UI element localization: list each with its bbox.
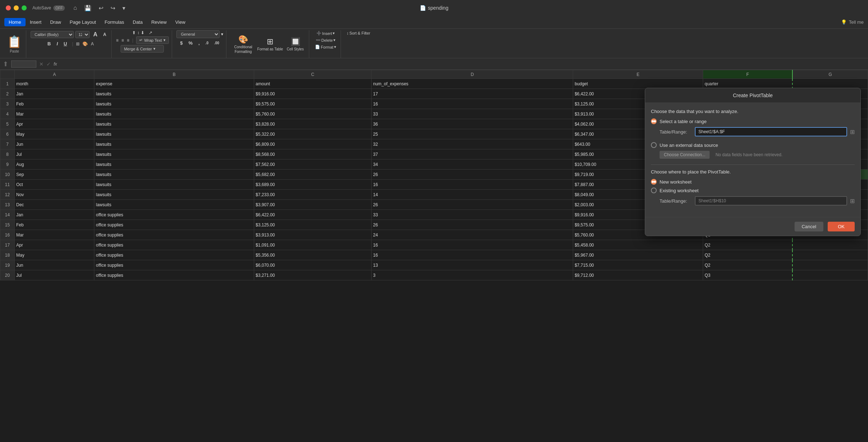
cell-f1[interactable]: quarter	[703, 79, 793, 89]
cell-a17[interactable]: Apr	[15, 240, 94, 250]
redo-icon[interactable]: ↪	[111, 5, 115, 12]
cell-a18[interactable]: May	[15, 250, 94, 260]
conditional-formatting-btn[interactable]: 🎨 Conditional Formatting	[231, 32, 256, 57]
cell-d1[interactable]: num_of_expenses	[372, 79, 573, 89]
cell-e19[interactable]: $7,715.00	[573, 260, 703, 270]
cell-a15[interactable]: Feb	[15, 220, 94, 230]
cancel-button[interactable]: Cancel	[795, 222, 823, 231]
font-color-icon[interactable]: A	[91, 41, 94, 46]
percent-button[interactable]: %	[186, 39, 195, 47]
cell-b7[interactable]: lawsuits	[94, 139, 254, 149]
ok-button[interactable]: OK	[828, 222, 855, 231]
col-header-d[interactable]: D	[372, 70, 573, 79]
bold-button[interactable]: B	[45, 40, 53, 48]
menu-item-home[interactable]: Home	[4, 18, 26, 26]
cell-b16[interactable]: office supplies	[94, 230, 254, 240]
cell-f19[interactable]: Q2	[703, 260, 793, 270]
align-center-icon[interactable]: ≡	[121, 38, 124, 43]
cell-a10[interactable]: Sep	[15, 170, 94, 180]
row-number[interactable]: 14	[0, 210, 15, 220]
cell-d2[interactable]: 17	[372, 89, 573, 99]
row-number[interactable]: 3	[0, 99, 15, 109]
font-size-down-btn[interactable]: A	[101, 31, 109, 38]
col-header-b[interactable]: B	[94, 70, 254, 79]
cell-d9[interactable]: 34	[372, 159, 573, 170]
autosave-toggle[interactable]: OFF	[53, 5, 65, 11]
new-worksheet-radio[interactable]	[651, 179, 657, 185]
select-table-radio[interactable]	[651, 118, 657, 124]
cell-b19[interactable]: office supplies	[94, 260, 254, 270]
row-number[interactable]: 20	[0, 270, 15, 280]
place-range-picker-icon[interactable]: ⊞	[850, 198, 855, 204]
cell-a13[interactable]: Dec	[15, 200, 94, 210]
cell-c2[interactable]: $9,916.00	[254, 89, 372, 99]
cell-d15[interactable]: 26	[372, 220, 573, 230]
menu-item-view[interactable]: View	[171, 18, 190, 26]
sort-filter-btn[interactable]: ↕Sort & Filter	[345, 30, 372, 36]
row-number[interactable]: 9	[0, 159, 15, 170]
cell-d16[interactable]: 24	[372, 230, 573, 240]
cell-d19[interactable]: 13	[372, 260, 573, 270]
cell-d12[interactable]: 14	[372, 190, 573, 200]
align-left-icon[interactable]: ≡	[116, 38, 118, 43]
formula-bar-expand-icon[interactable]: ⬆	[3, 60, 8, 68]
cell-d13[interactable]: 26	[372, 200, 573, 210]
cell-b15[interactable]: office supplies	[94, 220, 254, 230]
cell-b12[interactable]: lawsuits	[94, 190, 254, 200]
row-number[interactable]: 1	[0, 79, 15, 89]
col-header-f[interactable]: F	[703, 70, 793, 79]
confirm-formula-icon[interactable]: ✓	[46, 61, 51, 67]
cell-a19[interactable]: Jun	[15, 260, 94, 270]
comma-button[interactable]: ,	[196, 39, 202, 47]
row-number[interactable]: 5	[0, 119, 15, 129]
cell-a20[interactable]: Jul	[15, 270, 94, 280]
maximize-button[interactable]	[22, 5, 27, 10]
minimize-button[interactable]	[14, 5, 19, 10]
fill-color-icon[interactable]: 🎨	[82, 41, 88, 46]
row-number[interactable]: 19	[0, 260, 15, 270]
cell-c5[interactable]: $3,828.00	[254, 119, 372, 129]
cell-a7[interactable]: Jun	[15, 139, 94, 149]
cell-b13[interactable]: lawsuits	[94, 200, 254, 210]
delete-cells-btn[interactable]: ➖Delete▾	[314, 37, 337, 43]
cell-reference-input[interactable]	[11, 60, 36, 68]
cell-c15[interactable]: $3,125.00	[254, 220, 372, 230]
cell-c13[interactable]: $3,907.00	[254, 200, 372, 210]
row-number[interactable]: 15	[0, 220, 15, 230]
cell-c4[interactable]: $5,760.00	[254, 109, 372, 119]
col-header-e[interactable]: E	[573, 70, 703, 79]
cell-f20[interactable]: Q3	[703, 270, 793, 280]
cell-b9[interactable]: lawsuits	[94, 159, 254, 170]
cell-d8[interactable]: 37	[372, 149, 573, 159]
cell-a8[interactable]: Jul	[15, 149, 94, 159]
align-bottom-icon[interactable]: ⬇	[141, 30, 144, 35]
cell-c11[interactable]: $3,689.00	[254, 180, 372, 190]
col-header-c[interactable]: C	[254, 70, 372, 79]
cell-c3[interactable]: $9,575.00	[254, 99, 372, 109]
cell-styles-btn[interactable]: 🔲 Cell Styles	[284, 32, 306, 57]
align-middle-icon[interactable]: ↕	[137, 30, 139, 35]
cell-d7[interactable]: 32	[372, 139, 573, 149]
cell-a4[interactable]: Mar	[15, 109, 94, 119]
col-header-g[interactable]: G	[792, 70, 868, 79]
insert-cells-btn[interactable]: ➕Insert▾	[315, 30, 337, 36]
cell-b2[interactable]: lawsuits	[94, 89, 254, 99]
table-range-input[interactable]	[695, 127, 847, 136]
row-number[interactable]: 2	[0, 89, 15, 99]
dollar-button[interactable]: $	[178, 39, 185, 47]
cell-a11[interactable]: Oct	[15, 180, 94, 190]
cell-b8[interactable]: lawsuits	[94, 149, 254, 159]
cancel-formula-icon[interactable]: ✕	[39, 61, 44, 67]
row-number[interactable]: 4	[0, 109, 15, 119]
cell-c8[interactable]: $8,568.00	[254, 149, 372, 159]
cell-b18[interactable]: office supplies	[94, 250, 254, 260]
external-source-label[interactable]: Use an external data source	[660, 143, 718, 148]
cell-a5[interactable]: Apr	[15, 119, 94, 129]
menu-item-page-layout[interactable]: Page Layout	[66, 18, 100, 26]
cell-c18[interactable]: $5,356.00	[254, 250, 372, 260]
cell-e20[interactable]: $9,712.00	[573, 270, 703, 280]
cell-d4[interactable]: 33	[372, 109, 573, 119]
col-header-a[interactable]: A	[15, 70, 94, 79]
format-cells-btn[interactable]: 📄Format▾	[314, 44, 338, 50]
cell-b1[interactable]: expense	[94, 79, 254, 89]
